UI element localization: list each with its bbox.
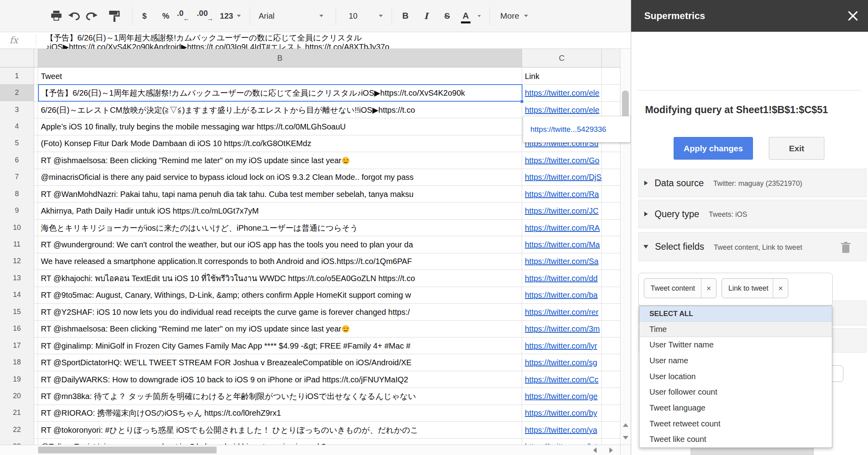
cell-d16[interactable] — [602, 320, 620, 337]
row-header-21[interactable]: 21 — [0, 405, 34, 422]
row-header-14[interactable]: 14 — [0, 287, 34, 304]
cell-a7[interactable] — [34, 169, 38, 186]
column-header-b[interactable]: B — [38, 49, 522, 67]
cell-b8[interactable]: RT @WanMohdNazri: Pakai tahu, tapi nama … — [38, 185, 522, 202]
row-header-15[interactable]: 15 — [0, 303, 34, 320]
field-option-user-follower-count[interactable]: User follower count — [639, 384, 832, 400]
cell-b19[interactable]: RT @DailyWARKS: How to downgrade iOS 10 … — [38, 371, 522, 388]
horizontal-scrollbar[interactable] — [0, 445, 620, 455]
row-header-2[interactable]: 2 — [0, 84, 34, 101]
cell-b13[interactable]: RT @khajochi: พบไอคอน TextEdit บน iOS 10… — [38, 270, 522, 287]
cell-b15[interactable]: RT @Y2SHAF: iOS 10 now lets you do indiv… — [38, 303, 522, 320]
cell-d15[interactable] — [602, 303, 620, 320]
row-header-20[interactable]: 20 — [0, 388, 34, 405]
cell-b22[interactable]: RT @tokoronyori: #ひとりぼっち惑星 iOSでも公開されました！… — [38, 421, 522, 438]
cell-c6[interactable]: https://twitter.com/Go — [522, 152, 602, 169]
cell-b5[interactable]: (Foto) Konsep Fitur Dark Mode Dambaan di… — [38, 135, 522, 152]
cell-c19[interactable]: https://twitter.com/Cc — [522, 371, 602, 388]
column-header-a[interactable] — [34, 49, 38, 67]
scroll-up-icon[interactable] — [623, 423, 628, 427]
scroll-right-icon[interactable] — [609, 447, 613, 453]
decrease-decimals-button[interactable]: .0 ← — [175, 0, 190, 32]
cell-b3[interactable]: 6/26(日)～エレストCM放映が決定(≧▽≦)ますます盛り上がるエレストから目… — [38, 101, 522, 118]
font-size-select[interactable]: 10 — [345, 0, 361, 32]
cell-d7[interactable] — [602, 169, 620, 186]
cell-b6[interactable]: RT @ishmaelsosa: Been clicking "Remind m… — [38, 152, 522, 169]
number-format-button[interactable]: 123 — [217, 0, 236, 32]
cell-c17[interactable]: https://twitter.com/lyr — [522, 337, 602, 354]
more-caret[interactable] — [524, 0, 528, 32]
row-header-1[interactable]: 1 — [0, 67, 34, 85]
cell-d20[interactable] — [602, 388, 620, 405]
vertical-scrollbar[interactable] — [620, 49, 631, 445]
trash-icon[interactable] — [841, 241, 851, 253]
italic-button[interactable]: I — [420, 0, 432, 32]
field-option-tweet-like-count[interactable]: Tweet like count — [639, 432, 832, 447]
undo-button[interactable] — [67, 0, 82, 32]
section-query-type[interactable]: Query type Tweets: iOS — [638, 200, 866, 228]
cell-d13[interactable] — [602, 270, 620, 287]
strikethrough-button[interactable]: S — [440, 0, 454, 32]
paint-format-button[interactable] — [107, 0, 121, 32]
cell-a13[interactable] — [34, 270, 38, 287]
hidden-bottom-button[interactable] — [691, 447, 814, 455]
row-header-19[interactable]: 19 — [0, 371, 34, 388]
cell-b12[interactable]: We have released a smartphone applicatio… — [38, 253, 522, 270]
cell-d10[interactable] — [602, 219, 620, 236]
cell-a6[interactable] — [34, 152, 38, 169]
cell-d6[interactable] — [602, 152, 620, 169]
row-header-5[interactable]: 5 — [0, 135, 34, 152]
cell-a19[interactable] — [34, 371, 38, 388]
cell-a12[interactable] — [34, 253, 38, 270]
cell-c11[interactable]: https://twitter.com/Ma — [522, 236, 602, 253]
cell-c1[interactable]: Link — [522, 67, 602, 85]
cell-c20[interactable]: https://twitter.com/ge — [522, 388, 602, 405]
redo-button[interactable] — [84, 0, 98, 32]
cell-c12[interactable]: https://twitter.com/Sa — [522, 253, 602, 270]
cell-a5[interactable] — [34, 135, 38, 152]
exit-button[interactable]: Exit — [769, 137, 824, 160]
font-size-caret[interactable] — [378, 0, 383, 32]
row-header-18[interactable]: 18 — [0, 354, 34, 371]
cell-d12[interactable] — [602, 253, 620, 270]
cell-c22[interactable]: https://twitter.com/ya — [522, 421, 602, 438]
fill-handle[interactable] — [520, 100, 524, 103]
cell-d9[interactable] — [602, 202, 620, 219]
cell-b10[interactable]: 海色とキリキリジョーカーがiosに来たのはいいけど、iPhoneユーザーは普通に… — [38, 219, 522, 236]
row-header-16[interactable]: 16 — [0, 320, 34, 337]
cell-d14[interactable] — [602, 287, 620, 304]
cell-a22[interactable] — [34, 421, 38, 438]
field-option-user-name[interactable]: User name — [639, 353, 832, 369]
select-all-corner[interactable] — [0, 49, 34, 67]
row-header-9[interactable]: 9 — [0, 202, 34, 219]
remove-chip-icon[interactable]: × — [773, 279, 788, 298]
cell-d22[interactable] — [602, 421, 620, 438]
cell-a10[interactable] — [34, 219, 38, 236]
cell-b4[interactable]: Apple’s iOS 10 finally, truly begins the… — [38, 118, 522, 135]
cell-b11[interactable]: RT @wunderground: We can't control the w… — [38, 236, 522, 253]
cell-b17[interactable]: RT @ginalimp: MiniGolf in Frozen City Ga… — [38, 337, 522, 354]
column-header-d[interactable] — [602, 49, 620, 67]
cell-b16[interactable]: RT @ishmaelsosa: Been clicking "Remind m… — [38, 320, 522, 337]
field-option-time[interactable]: Time — [639, 322, 832, 337]
cell-b9[interactable]: Akhirnya, Path Daily Hadir untuk iOS htt… — [38, 202, 522, 219]
cell-a2[interactable] — [34, 84, 38, 101]
cell-d2[interactable] — [602, 84, 620, 101]
scroll-left-icon[interactable] — [593, 447, 597, 453]
cell-b20[interactable]: RT @mn38ka: 待てよ？ タッチ箇所を明確にわけると年齢制限がついたりi… — [38, 388, 522, 405]
field-option-user-twitter-name[interactable]: User Twitter name — [639, 337, 832, 353]
field-option-tweet-retweet-count[interactable]: Tweet retweet count — [639, 416, 832, 432]
cell-d1[interactable] — [602, 67, 620, 85]
link-tooltip-url[interactable]: https://twitte...5429336 — [530, 125, 606, 134]
column-header-c[interactable]: C — [522, 49, 602, 67]
cell-a1[interactable] — [34, 67, 38, 85]
cell-c21[interactable]: https://twitter.com/by — [522, 405, 602, 422]
cell-c10[interactable]: https://twitter.com/RA — [522, 219, 602, 236]
text-color-caret[interactable] — [477, 0, 482, 32]
cell-a4[interactable] — [34, 118, 38, 135]
cell-c8[interactable]: https://twitter.com/Ra — [522, 185, 602, 202]
cell-c14[interactable]: https://twitter.com/ba — [522, 287, 602, 304]
cell-a15[interactable] — [34, 303, 38, 320]
cell-c15[interactable]: https://twitter.com/rer — [522, 303, 602, 320]
row-header-3[interactable]: 3 — [0, 101, 34, 118]
